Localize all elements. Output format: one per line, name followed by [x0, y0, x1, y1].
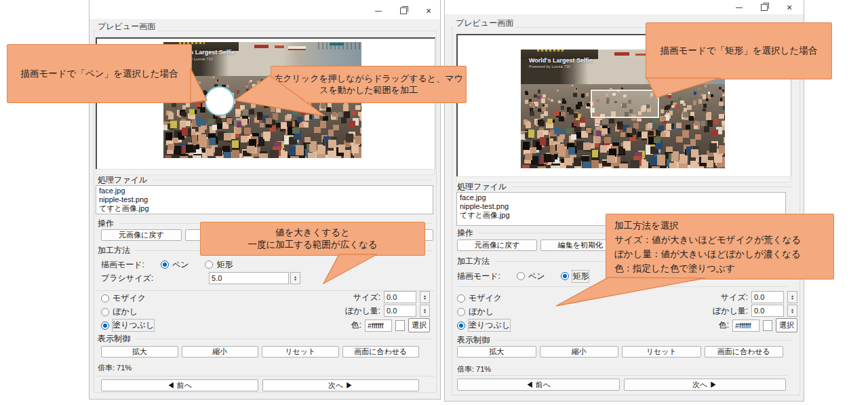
mosaic-size-row: サイズ: ▲▼ — [648, 291, 797, 303]
callout-pen-mode: 描画モードで「ペン」を選択した場合 — [7, 44, 192, 103]
close-icon[interactable]: × — [421, 5, 436, 16]
next-button[interactable]: 次へ ▶ — [262, 379, 420, 391]
file-item[interactable]: nipple-test.png — [460, 202, 783, 211]
color-pick-button[interactable]: 選択 — [408, 318, 430, 332]
view-section-label: 表示制御 — [457, 334, 793, 346]
zoom-ratio-label: 倍率: 71% — [457, 364, 491, 374]
mosaic-size-row: サイズ: ▲▼ — [281, 291, 430, 303]
radio-pen[interactable]: ペン — [161, 259, 189, 271]
blur-amount-spinner[interactable]: ▲▼ — [787, 305, 797, 317]
restore-icon[interactable] — [396, 5, 411, 16]
pen-stroke-dot — [205, 86, 235, 116]
radio-rect[interactable]: 矩形 — [561, 271, 589, 282]
color-hex-input[interactable] — [732, 320, 760, 332]
callout-brush-size-hint: 値を大きくすると 一度に加工する範囲が広くなる — [200, 222, 425, 256]
brush-size-spinner[interactable]: ▲▼ — [290, 272, 300, 284]
file-item[interactable]: face.jpg — [460, 193, 783, 202]
blur-amount-label: ぼかし量: — [345, 305, 380, 317]
file-item[interactable]: てすと画像.jpg — [99, 204, 430, 213]
color-swatch[interactable] — [395, 320, 405, 331]
reset-button[interactable]: リセット — [622, 346, 701, 358]
zoom-in-button[interactable]: 拡大 — [101, 346, 178, 358]
size-spinner[interactable]: ▲▼ — [787, 291, 797, 303]
callout-method-hint: 加工方法を選択 サイズ：値が大きいほどモザイクが荒くなる ぼかし量：値が大きいほ… — [606, 214, 834, 279]
minimize-icon[interactable] — [371, 5, 386, 16]
size-spinner[interactable]: ▲▼ — [420, 291, 430, 303]
file-item[interactable]: nipple-test.png — [99, 195, 430, 204]
radio-rect[interactable]: 矩形 — [205, 259, 233, 271]
draw-mode-row: 描画モード: ペン 矩形 — [457, 271, 589, 282]
radio-blur[interactable]: ぼかし — [101, 306, 138, 317]
color-label: 色: — [351, 320, 361, 331]
view-section-label: 表示制御 — [98, 333, 432, 345]
radio-fill[interactable]: 塗りつぶし — [457, 320, 510, 331]
nav-button-row: ◀ 前へ 次へ ▶ — [101, 379, 419, 391]
restore-original-button[interactable]: 元画像に戻す — [457, 239, 537, 251]
file-list[interactable]: face.jpg nipple-test.png てすと画像.jpg — [96, 185, 433, 214]
prev-button[interactable]: ◀ 前へ — [101, 379, 258, 391]
zoom-in-button[interactable]: 拡大 — [457, 346, 536, 358]
window-controls: × — [371, 5, 436, 16]
radio-blur[interactable]: ぼかし — [457, 306, 494, 317]
fit-screen-button[interactable]: 画面に合わせる — [705, 346, 784, 358]
files-section-label: 処理ファイル — [457, 181, 793, 193]
draw-mode-label: 描画モード: — [101, 259, 144, 271]
color-swatch[interactable] — [763, 320, 772, 331]
zoom-out-button[interactable]: 縮小 — [540, 346, 619, 358]
separator — [96, 376, 435, 377]
brush-size-input[interactable] — [209, 272, 289, 284]
radio-rect-dot — [561, 272, 569, 280]
titlebar: × — [90, 0, 440, 19]
blur-amount-row: ぼかし量: ▲▼ — [281, 305, 430, 317]
blur-amount-spinner[interactable]: ▲▼ — [420, 305, 430, 317]
restore-original-button[interactable]: 元画像に戻す — [101, 229, 182, 241]
color-label: 色: — [719, 320, 729, 331]
view-button-row: 拡大 縮小 リセット 画面に合わせる — [457, 346, 783, 358]
separator — [456, 375, 787, 376]
draw-mode-label: 描画モード: — [457, 271, 500, 282]
view-button-row: 拡大 縮小 リセット 画面に合わせる — [101, 346, 419, 358]
radio-pen-dot — [161, 261, 169, 269]
color-hex-input[interactable] — [365, 320, 392, 332]
zoom-ratio-label: 倍率: 71% — [98, 363, 132, 373]
titlebar: × — [445, 0, 804, 14]
size-label: サイズ: — [353, 292, 380, 303]
blur-amount-row: ぼかし量: ▲▼ — [648, 305, 797, 317]
close-icon[interactable]: × — [782, 2, 797, 13]
radio-mosaic[interactable]: モザイク — [457, 292, 502, 304]
callout-drag-hint: 左クリックを押しながらドラッグすると、マウ スを動かした範囲を加工 — [271, 66, 467, 103]
fit-screen-button[interactable]: 画面に合わせる — [342, 346, 420, 358]
radio-pen[interactable]: ペン — [517, 271, 545, 282]
fill-color-row: 色: 選択 — [267, 318, 430, 332]
draw-mode-row: 描画モード: ペン 矩形 — [101, 259, 233, 270]
brush-size-label: ブラシサイズ: — [101, 273, 153, 284]
photo-caption: World's Largest Selfie Powered by Lumia … — [529, 57, 593, 70]
radio-fill[interactable]: 塗りつぶし — [101, 320, 154, 331]
callout-rect-mode: 描画モードで「矩形」を選択した場合 — [646, 22, 832, 79]
blur-amount-input[interactable] — [751, 305, 784, 317]
size-input[interactable] — [751, 291, 784, 303]
minimize-icon[interactable] — [732, 2, 747, 13]
size-input[interactable] — [384, 291, 416, 303]
restore-icon[interactable] — [757, 2, 772, 13]
rect-selection-overlay — [591, 90, 659, 118]
files-section-label: 処理ファイル — [98, 174, 432, 186]
radio-rect-dot — [205, 261, 213, 269]
groupbox-title: プレビュー画面 — [96, 21, 157, 33]
next-button[interactable]: 次へ ▶ — [624, 379, 787, 391]
blur-amount-input[interactable] — [384, 305, 416, 317]
radio-pen-dot — [517, 272, 525, 280]
blur-amount-label: ぼかし量: — [713, 305, 748, 317]
reset-button[interactable]: リセット — [262, 346, 339, 358]
separator — [456, 286, 787, 287]
file-item[interactable]: face.jpg — [99, 187, 430, 195]
prev-button[interactable]: ◀ 前へ — [457, 379, 620, 391]
radio-mosaic[interactable]: モザイク — [101, 292, 146, 304]
zoom-out-button[interactable]: 縮小 — [182, 346, 259, 358]
color-pick-button[interactable]: 選択 — [776, 318, 797, 332]
fill-color-row: 色: 選択 — [635, 318, 797, 332]
brush-size-row: ブラシサイズ: ▲▼ — [101, 272, 300, 284]
size-label: サイズ: — [721, 292, 748, 303]
groupbox-title: プレビュー画面 — [454, 18, 515, 29]
window-controls: × — [732, 2, 797, 13]
